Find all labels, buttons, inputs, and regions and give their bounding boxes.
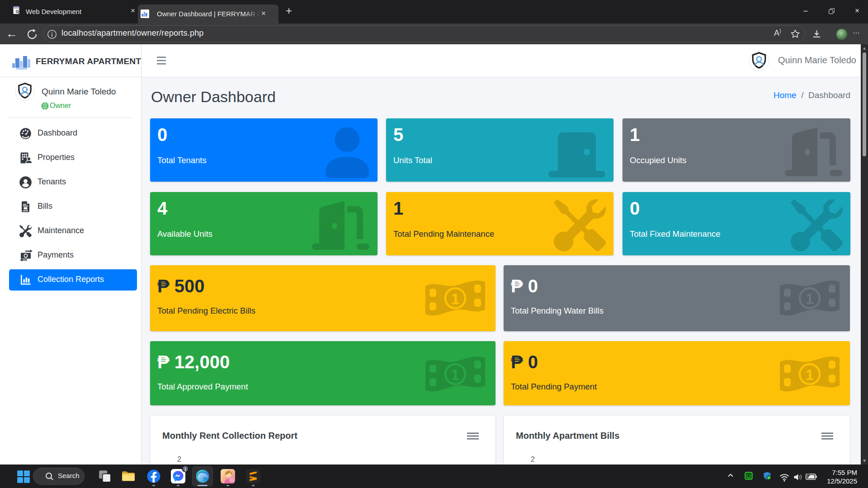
svg-text:1: 1 [806, 290, 814, 307]
svg-text:1: 1 [451, 366, 460, 383]
svg-text:1: 1 [451, 290, 460, 307]
svg-text:1: 1 [806, 366, 814, 383]
